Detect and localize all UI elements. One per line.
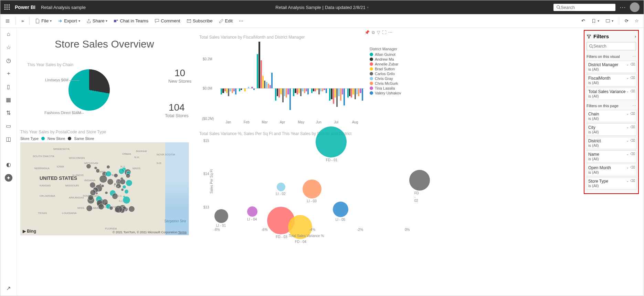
bar[interactable] xyxy=(289,88,291,110)
scatter-point[interactable] xyxy=(247,206,257,217)
map-bubble[interactable] xyxy=(115,205,122,213)
bar[interactable] xyxy=(268,84,269,89)
bar[interactable] xyxy=(275,88,276,101)
avatar[interactable] xyxy=(630,2,640,12)
clear-icon[interactable]: ⌫ xyxy=(630,165,635,169)
legend-item[interactable]: Tina Lassila xyxy=(370,86,401,90)
app-launcher-icon[interactable] xyxy=(4,4,10,10)
map-bubble[interactable] xyxy=(126,173,130,178)
filter-card[interactable]: Nameis (All)⌄⌫ xyxy=(586,150,637,163)
more-cmds[interactable]: ⋯ xyxy=(237,17,245,25)
map-bubble[interactable] xyxy=(122,185,126,189)
clear-icon[interactable]: ⌫ xyxy=(630,89,635,93)
bar[interactable] xyxy=(318,88,320,94)
search-input[interactable] xyxy=(561,5,613,10)
legend-item[interactable]: Allan Guinot xyxy=(370,52,401,57)
subscribe-button[interactable]: Subscribe xyxy=(184,17,215,25)
bar[interactable] xyxy=(280,88,282,94)
clear-icon[interactable]: ⌫ xyxy=(630,76,635,80)
bar[interactable] xyxy=(261,60,262,88)
create-icon[interactable]: ＋ xyxy=(5,70,12,77)
legend-item[interactable]: Carlos Grilo xyxy=(370,72,401,76)
bar[interactable] xyxy=(286,88,287,98)
chevron-down-icon[interactable]: ⌄ xyxy=(626,125,629,129)
map-bubble[interactable] xyxy=(86,205,93,212)
shared-icon[interactable]: ⇅ xyxy=(5,109,12,116)
edit-button[interactable]: Edit xyxy=(217,17,235,25)
bar[interactable] xyxy=(347,88,349,98)
bar[interactable] xyxy=(277,88,278,96)
bar[interactable] xyxy=(307,88,309,94)
chevron-down-icon[interactable]: ⌄ xyxy=(626,165,629,169)
clear-icon[interactable]: ⌫ xyxy=(630,62,635,66)
bar[interactable] xyxy=(336,88,338,107)
filter-card[interactable]: Districtis (All)⌄⌫ xyxy=(586,137,637,149)
header-center[interactable]: Retail Analysis Sample | Data updated 2/… xyxy=(275,5,368,10)
bar[interactable] xyxy=(352,88,354,94)
clear-icon[interactable]: ⌫ xyxy=(630,152,635,156)
scatter-chart[interactable]: Total Sales Variance %, Sales Per Sq Ft … xyxy=(199,131,413,238)
my-workspace-icon[interactable]: ◐ xyxy=(5,161,12,168)
bar[interactable] xyxy=(331,88,332,99)
kpi-total-stores[interactable]: 104 Total Stores xyxy=(165,102,189,118)
bar[interactable] xyxy=(270,85,271,88)
chevron-right-icon[interactable]: › xyxy=(635,34,636,39)
clear-icon[interactable]: ⌫ xyxy=(630,112,635,115)
bar[interactable] xyxy=(271,73,273,88)
star-icon[interactable]: ☆ xyxy=(633,17,641,25)
map-bubble[interactable] xyxy=(124,189,129,194)
bar[interactable] xyxy=(278,88,280,98)
filter-card[interactable]: Chainis (All)⌄⌫ xyxy=(586,110,637,122)
bar[interactable] xyxy=(258,42,260,88)
bar[interactable] xyxy=(282,88,284,102)
bar[interactable] xyxy=(356,88,358,94)
more-button[interactable]: ⋯ xyxy=(620,3,626,11)
expand-pages-icon[interactable]: » xyxy=(19,17,26,25)
filter-card[interactable]: Cityis (All)⌄⌫ xyxy=(586,123,637,136)
chevron-down-icon[interactable]: ▾ xyxy=(367,6,369,9)
bar[interactable] xyxy=(349,88,350,96)
home-icon[interactable]: ⌂ xyxy=(5,31,12,38)
map-bubble[interactable] xyxy=(99,175,107,183)
bar[interactable] xyxy=(302,88,303,91)
bar[interactable] xyxy=(224,88,226,91)
legend-item[interactable]: Chris McGurk xyxy=(370,81,401,85)
legend-item[interactable]: Chris Gray xyxy=(370,76,401,81)
report-name[interactable]: Retail Analysis sample xyxy=(41,5,86,10)
clear-icon[interactable]: ⌫ xyxy=(630,139,635,142)
map-bubble[interactable] xyxy=(105,191,108,195)
bar[interactable] xyxy=(230,88,231,91)
map-bubble[interactable] xyxy=(98,204,104,210)
map-bubble[interactable] xyxy=(105,171,111,177)
copy-icon[interactable]: ⧉ xyxy=(372,30,375,35)
chevron-down-icon[interactable]: ⌄ xyxy=(626,179,629,183)
bar[interactable] xyxy=(329,88,330,101)
scatter-point[interactable] xyxy=(214,209,228,223)
focus-icon[interactable]: ⛶ xyxy=(382,30,386,35)
filter-icon[interactable]: ▽ xyxy=(377,30,380,35)
bar[interactable] xyxy=(313,88,314,91)
export-menu[interactable]: Export▾ xyxy=(56,17,82,25)
bar[interactable] xyxy=(358,88,359,96)
bar[interactable] xyxy=(228,88,229,96)
bar[interactable] xyxy=(232,88,233,93)
chevron-down-icon[interactable]: ⌄ xyxy=(626,89,629,93)
filter-card[interactable]: District Manageris (All)⌄⌫ xyxy=(586,61,637,73)
clear-icon[interactable]: ⌫ xyxy=(630,179,635,183)
map-bubble[interactable] xyxy=(107,178,114,185)
bar[interactable] xyxy=(239,88,240,91)
bar[interactable] xyxy=(306,88,307,91)
bar[interactable] xyxy=(340,88,341,101)
datasets-icon[interactable]: ▯ xyxy=(5,83,12,90)
map-bubble[interactable] xyxy=(101,184,104,188)
bar[interactable] xyxy=(287,88,289,94)
bar[interactable] xyxy=(300,88,302,96)
reset-icon[interactable]: ↶ xyxy=(579,17,587,25)
workspaces-icon[interactable]: ◫ xyxy=(5,135,12,142)
bar[interactable] xyxy=(311,88,313,93)
chevron-down-icon[interactable]: ⌄ xyxy=(626,112,629,115)
nav-toggle[interactable] xyxy=(3,17,12,25)
chevron-down-icon[interactable]: ⌄ xyxy=(626,139,629,142)
view-icon[interactable]: ▾ xyxy=(603,17,615,25)
clear-icon[interactable]: ⌫ xyxy=(630,125,635,129)
